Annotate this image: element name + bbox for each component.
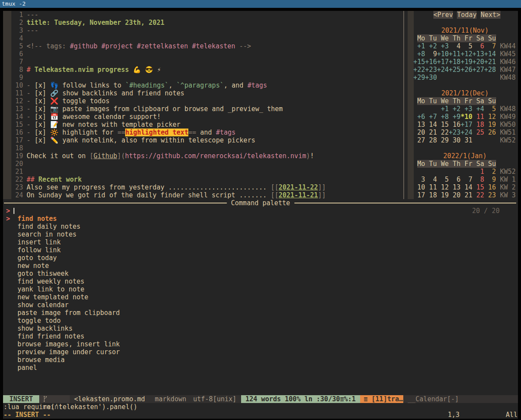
palette-item[interactable]: find friend notes (17, 332, 85, 340)
editor-line[interactable]: 11- [x] 🔗 show backlinks and friend note… (3, 89, 403, 97)
editor-line[interactable]: 23Also see my progress from yesterday ..… (3, 183, 403, 191)
editor-line[interactable]: 14- [x] 📅 awesome calendar support! (3, 113, 403, 121)
editor-line[interactable]: 17- [x] ✏️ yank notelink, also from with… (3, 136, 403, 144)
calendar-day[interactable]: 22 (437, 129, 449, 136)
calendar-nav-today-button[interactable]: Today (457, 11, 477, 19)
calendar-day[interactable]: +9 (449, 113, 460, 121)
palette-item[interactable]: follow link (17, 246, 61, 254)
calendar-day[interactable]: +2 (425, 42, 437, 50)
palette-item[interactable]: toggle todo (17, 317, 61, 325)
calendar-day[interactable]: +1 (413, 42, 425, 50)
calendar-day[interactable]: +15 (413, 58, 425, 66)
calendar-day[interactable]: +26 (460, 66, 472, 74)
calendar-day[interactable]: +19 (460, 58, 472, 66)
editor-line[interactable]: 8# Telekasten.nvim progress 💪 😎 ⚡ (3, 66, 403, 74)
editor-line[interactable]: 16- [x] 🔆 highlight for ==highlighted te… (3, 129, 403, 136)
palette-item[interactable]: preview image under cursor (17, 348, 120, 356)
calendar-day[interactable]: +20 (472, 58, 484, 66)
palette-item[interactable]: show calendar (17, 301, 68, 309)
editor-line[interactable]: 3--- (3, 27, 403, 34)
window-titlebar[interactable]: tmux -2 (0, 0, 521, 8)
window-separator[interactable] (403, 11, 404, 199)
calendar-day[interactable]: 13 (413, 121, 425, 129)
calendar-day[interactable]: 18 (425, 191, 437, 199)
editor-line[interactable]: 12- [x] ❌ toggle todos (3, 97, 403, 105)
calendar-day[interactable]: 26 (484, 129, 496, 136)
calendar-day[interactable]: +12 (460, 50, 472, 58)
editor-line[interactable]: 4 (3, 34, 403, 42)
calendar-day[interactable]: +10 (437, 50, 449, 58)
palette-selected-row[interactable]: > find notes (3, 215, 518, 223)
calendar-day[interactable]: +28 (484, 66, 496, 74)
calendar-day[interactable]: 4 (449, 42, 460, 50)
calendar-day[interactable]: 27 (413, 136, 425, 144)
git-section[interactable]: main! (39, 395, 70, 403)
calendar-day[interactable]: +23 (425, 66, 437, 74)
calendar-day[interactable]: 11 (472, 113, 484, 121)
calendar-day[interactable]: 30 (449, 136, 460, 144)
calendar-day[interactable]: 8 (472, 176, 484, 183)
palette-item[interactable]: goto today (17, 254, 57, 262)
calendar-day[interactable]: +23 (449, 129, 460, 136)
palette-item[interactable]: browse images, insert link (17, 340, 120, 348)
calendar-day[interactable]: 29 (437, 136, 449, 144)
calendar-day[interactable]: +2 (449, 105, 460, 113)
calendar-day[interactable]: +3 (460, 105, 472, 113)
editor-line[interactable]: 6 (3, 50, 403, 58)
palette-item[interactable]: browse media (17, 356, 65, 364)
palette-item[interactable]: panel (17, 364, 37, 372)
calendar-day[interactable]: +8 (437, 113, 449, 121)
calendar-day[interactable]: +17 (460, 121, 472, 129)
editor-line[interactable]: 9 (3, 74, 403, 81)
palette-item[interactable]: show backlinks (17, 325, 72, 332)
calendar-day[interactable]: +21 (484, 58, 496, 66)
calendar-day[interactable]: +30 (425, 74, 437, 81)
calendar-day[interactable]: 20 (413, 129, 425, 136)
calendar-day[interactable]: 13 (449, 183, 460, 191)
palette-item[interactable]: new note (17, 262, 49, 270)
calendar-day[interactable]: +27 (472, 66, 484, 74)
calendar-day[interactable]: 16 (484, 183, 496, 191)
calendar-day[interactable]: 2 (484, 168, 496, 176)
calendar-day[interactable]: 7 (484, 42, 496, 50)
calendar-day[interactable]: 5 (460, 42, 472, 50)
editor-line[interactable]: 24On Sunday we got rid of the daily find… (3, 191, 403, 199)
palette-item[interactable]: new templated note (17, 293, 89, 301)
calendar-day[interactable]: +14 (484, 50, 496, 58)
calendar-day[interactable]: 25 (472, 129, 484, 136)
editor-line[interactable]: 1--- (3, 11, 403, 19)
editor-pane[interactable]: 1---2title: Tuesday, November 23th, 2021… (3, 11, 403, 199)
calendar-day[interactable]: 9 (425, 50, 437, 58)
calendar-nav-next-button[interactable]: Next> (480, 11, 500, 19)
calendar-day[interactable]: 10 (413, 183, 425, 191)
calendar-day[interactable]: +16 (425, 58, 437, 66)
calendar-day[interactable]: 14 (460, 183, 472, 191)
calendar-day[interactable]: +24 (437, 66, 449, 74)
calendar-day[interactable]: 12 (484, 113, 496, 121)
calendar-day[interactable]: +24 (460, 129, 472, 136)
calendar-day[interactable]: 11 (425, 183, 437, 191)
palette-prompt-row[interactable]: > 20 / 20 (3, 207, 518, 215)
editor-line[interactable]: 10- [x] 👣 follow links to `#headings`, `… (3, 81, 403, 89)
calendar-day[interactable]: +29 (413, 74, 425, 81)
calendar-day[interactable]: 9 (484, 176, 496, 183)
calendar-day[interactable]: +3 (437, 42, 449, 50)
calendar-day[interactable]: +6 (413, 113, 425, 121)
editor-line[interactable]: 19Check it out on [Github](https://githu… (3, 152, 403, 160)
calendar-day[interactable]: +11 (449, 50, 460, 58)
calendar-day[interactable]: 6 (472, 42, 484, 50)
calendar-day[interactable]: 31 (460, 136, 472, 144)
calendar-day[interactable]: 1 (472, 168, 484, 176)
calendar-day[interactable]: +18 (449, 58, 460, 66)
calendar-pane[interactable]: <Prev Today Next> 2021/11(Nov)Mo Tu We T… (405, 11, 518, 199)
calendar-day[interactable]: +1 (437, 105, 449, 113)
palette-item[interactable]: goto thisweek (17, 270, 68, 278)
calendar-day[interactable]: +25 (449, 66, 460, 74)
palette-item[interactable]: search in notes (17, 230, 76, 238)
calendar-day[interactable]: 15 (472, 183, 484, 191)
palette-item[interactable]: find daily notes (17, 223, 81, 230)
editor-line[interactable]: 2title: Tuesday, November 23th, 2021 (3, 19, 403, 27)
calendar-day[interactable]: 14 (425, 121, 437, 129)
calendar-day[interactable]: +4 (472, 105, 484, 113)
calendar-day[interactable]: 3 (413, 176, 425, 183)
